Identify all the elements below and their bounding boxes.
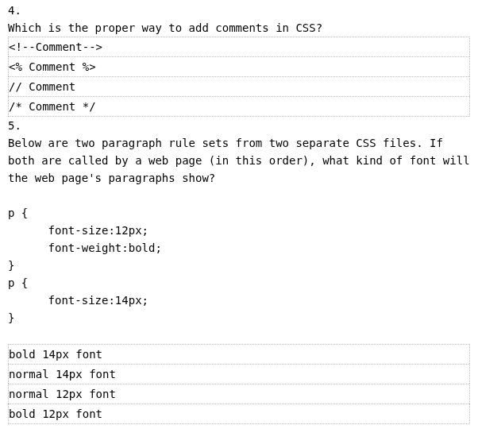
answer-list: bold 14px font normal 14px font normal 1… — [8, 344, 470, 424]
answer-option[interactable]: <!--Comment--> — [8, 37, 470, 56]
answer-option[interactable]: // Comment — [8, 76, 470, 96]
code-text: p { font-size:12px; font-weight:bold; } … — [8, 204, 470, 326]
question-number: 5. — [8, 117, 470, 134]
question-prompt: Which is the proper way to add comments … — [8, 19, 470, 37]
answer-option[interactable]: normal 14px font — [8, 364, 470, 384]
question-prompt: Below are two paragraph rule sets from t… — [8, 134, 470, 187]
answer-option[interactable]: /* Comment */ — [8, 96, 470, 117]
answer-option[interactable]: bold 14px font — [8, 344, 470, 364]
answer-option[interactable]: bold 12px font — [8, 404, 470, 424]
question-number: 4. — [8, 2, 470, 19]
code-block: p { font-size:12px; font-weight:bold; } … — [8, 204, 470, 326]
answer-option[interactable]: <% Comment %> — [8, 56, 470, 76]
answer-option[interactable]: normal 12px font — [8, 384, 470, 404]
answer-list: <!--Comment--> <% Comment %> // Comment … — [8, 37, 470, 117]
